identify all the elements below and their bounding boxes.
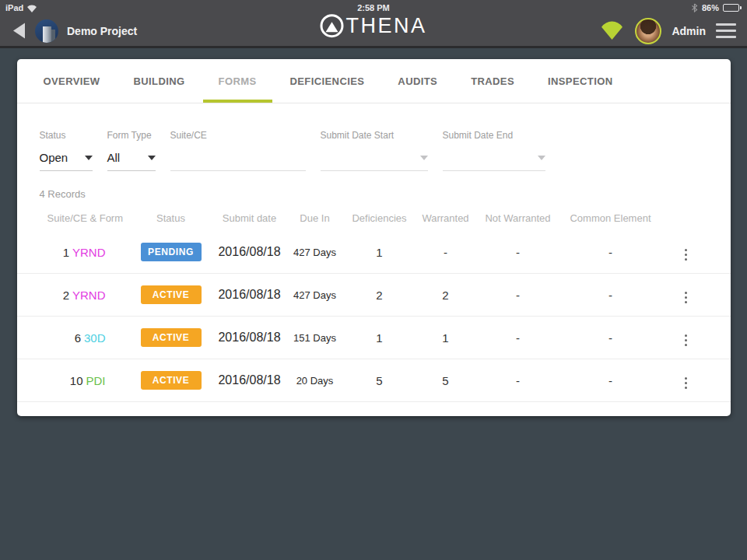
submit-date-cell: 2016/08/18 (216, 288, 283, 302)
tab-trades[interactable]: TRADES (455, 59, 530, 103)
filter-status: Status Open (40, 130, 93, 171)
status-bar-right: 86% (691, 3, 742, 12)
status-badge: ACTIVE (141, 285, 202, 304)
records-count: 4 Records (40, 188, 731, 200)
carrier-label: iPad (5, 3, 23, 12)
filter-form-type-label: Form Type (107, 130, 156, 141)
col-not-warranted: Not Warranted (479, 212, 557, 224)
filter-form-type: Form Type All (107, 130, 156, 171)
col-suite-form: Suite/CE & Form (47, 212, 126, 224)
not-warranted-cell: - (479, 246, 557, 259)
warranted-cell: 5 (412, 374, 479, 387)
filter-submit-date-start-label: Submit Date Start (321, 130, 428, 141)
table-row[interactable]: 10PDI ACTIVE 2016/08/18 20 Days 5 5 - - (17, 359, 731, 402)
form-code: PDI (86, 374, 105, 387)
common-element-cell: - (557, 246, 665, 259)
status-select[interactable]: Open (40, 149, 93, 171)
status-cell: ACTIVE (126, 328, 216, 347)
table-header: Suite/CE & Form Status Submit date Due I… (17, 205, 731, 231)
form-code: 30D (84, 331, 106, 345)
filter-submit-date-end-label: Submit Date End (443, 130, 545, 141)
suite-form-cell: 630D (47, 331, 126, 345)
triangle-in-circle-logo-icon (320, 14, 343, 37)
chevron-down-icon (148, 156, 156, 160)
col-deficiencies: Deficiencies (347, 212, 412, 224)
connectivity-wifi-icon[interactable] (599, 21, 625, 40)
tab-inspection[interactable]: INSPECTION (532, 59, 628, 103)
warranted-cell: - (412, 246, 479, 259)
table-row[interactable]: 630D ACTIVE 2016/08/18 151 Days 1 1 - - (17, 317, 731, 359)
user-avatar[interactable] (635, 18, 661, 44)
submit-date-cell: 2016/08/18 (216, 373, 283, 387)
table-row[interactable]: 2YRND ACTIVE 2016/08/18 427 Days 2 2 - - (17, 274, 731, 317)
tab-forms[interactable]: FORMS (203, 59, 272, 103)
filter-submit-date-end: Submit Date End (443, 130, 545, 171)
form-code: YRND (72, 246, 106, 259)
suite-ce-input[interactable] (170, 149, 306, 171)
status-bar-left: iPad (5, 3, 37, 12)
tab-building[interactable]: BUILDING (118, 59, 201, 103)
row-actions-kebab-icon[interactable] (679, 246, 693, 264)
suite-form-cell: 1YRND (47, 246, 126, 259)
col-common-element: Common Element (557, 212, 665, 224)
due-in-cell: 20 Days (283, 375, 347, 387)
form-code: YRND (72, 289, 106, 302)
status-badge: PENDING (141, 243, 202, 261)
status-cell: PENDING (126, 243, 216, 261)
project-avatar[interactable] (35, 19, 58, 43)
submit-date-cell: 2016/08/18 (216, 245, 283, 259)
building-image (43, 26, 51, 43)
row-actions-kebab-icon[interactable] (679, 331, 693, 349)
tab-audits[interactable]: AUDITS (382, 59, 453, 103)
nav-bar: Demo Project THENA Admin (0, 16, 747, 46)
chevron-down-icon (85, 156, 93, 160)
app-header: iPad 2:58 PM 86% Demo Project THENA Admi… (0, 0, 747, 48)
chevron-down-icon (538, 156, 545, 160)
row-actions-kebab-icon[interactable] (679, 289, 693, 306)
not-warranted-cell: - (479, 331, 557, 345)
not-warranted-cell: - (479, 374, 557, 387)
project-name: Demo Project (67, 25, 137, 37)
row-actions-kebab-icon[interactable] (679, 374, 693, 392)
tab-overview[interactable]: OVERVIEW (28, 59, 116, 103)
submit-date-cell: 2016/08/18 (216, 331, 283, 345)
form-type-select[interactable]: All (107, 149, 156, 171)
common-element-cell: - (557, 289, 665, 302)
not-warranted-cell: - (479, 289, 557, 302)
warranted-cell: 1 (412, 331, 479, 345)
hamburger-menu-icon[interactable] (716, 21, 736, 40)
nav-right: Admin (599, 18, 736, 44)
common-element-cell: - (557, 374, 665, 387)
filter-bar: Status Open Form Type All Suite/CE Submi… (17, 130, 731, 171)
back-button[interactable] (11, 22, 26, 40)
filter-submit-date-start: Submit Date Start (321, 130, 428, 171)
user-role-label: Admin (672, 25, 706, 37)
chevron-down-icon (420, 156, 428, 160)
due-in-cell: 427 Days (283, 289, 347, 301)
deficiencies-cell: 1 (347, 246, 412, 259)
status-badge: ACTIVE (141, 371, 202, 390)
due-in-cell: 151 Days (283, 332, 347, 344)
suite-form-cell: 10PDI (47, 374, 126, 387)
wifi-icon (26, 4, 37, 12)
table-row[interactable]: 1YRND PENDING 2016/08/18 427 Days 1 - - … (17, 231, 731, 274)
submit-date-start-picker[interactable] (321, 149, 428, 171)
status-badge: ACTIVE (141, 328, 202, 347)
battery-percent: 86% (702, 3, 719, 12)
suite-form-cell: 2YRND (47, 289, 126, 302)
col-warranted: Warranted (412, 212, 479, 224)
deficiencies-cell: 1 (347, 331, 412, 345)
deficiencies-cell: 2 (347, 289, 412, 302)
col-due-in: Due In (283, 212, 347, 224)
due-in-cell: 427 Days (283, 247, 347, 258)
submit-date-end-picker[interactable] (443, 149, 545, 171)
col-submit-date: Submit date (216, 212, 283, 224)
deficiencies-cell: 5 (347, 374, 412, 387)
tab-deficiencies[interactable]: DEFICIENCIES (275, 59, 381, 103)
status-time: 2:58 PM (0, 3, 747, 12)
col-status: Status (126, 212, 216, 224)
common-element-cell: - (557, 331, 665, 345)
status-cell: ACTIVE (126, 371, 216, 390)
status-cell: ACTIVE (126, 285, 216, 304)
bluetooth-icon (691, 3, 698, 12)
